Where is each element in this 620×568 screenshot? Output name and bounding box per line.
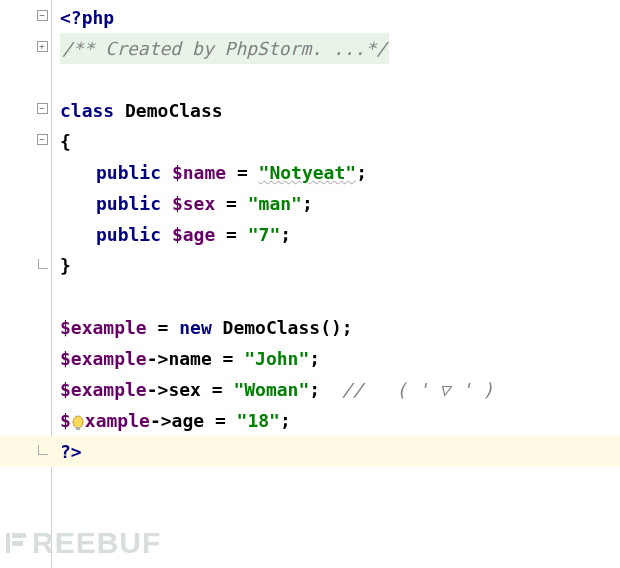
docblock-comment: /** Created by PhpStorm. ...*/: [60, 33, 389, 64]
code-line[interactable]: $example->sex = "Woman"; // ( ' ▽ ' ): [60, 374, 620, 405]
editor-gutter: − + − −: [0, 0, 52, 568]
svg-point-0: [73, 416, 83, 428]
fold-end-icon: [36, 258, 48, 270]
code-line[interactable]: }: [60, 250, 620, 281]
fold-start-icon[interactable]: −: [36, 102, 48, 114]
code-line[interactable]: $xample->age = "18";: [60, 405, 620, 436]
code-line[interactable]: <?php: [60, 2, 620, 33]
code-line[interactable]: public $name = "Notyeat";: [60, 157, 620, 188]
code-line: [60, 64, 620, 95]
code-line[interactable]: {: [60, 126, 620, 157]
lightbulb-icon[interactable]: [71, 411, 85, 429]
code-line-current[interactable]: ?>: [52, 436, 620, 467]
fold-start-icon[interactable]: −: [36, 9, 48, 21]
code-line[interactable]: class DemoClass: [60, 95, 620, 126]
fold-collapsed-icon[interactable]: +: [36, 40, 48, 52]
code-line[interactable]: public $sex = "man";: [60, 188, 620, 219]
php-open-tag: <?php: [60, 7, 114, 28]
code-area[interactable]: <?php /** Created by PhpStorm. ...*/ cla…: [52, 0, 620, 568]
code-line: [60, 281, 620, 312]
code-line[interactable]: /** Created by PhpStorm. ...*/: [60, 33, 620, 64]
code-line[interactable]: $example->name = "John";: [60, 343, 620, 374]
fold-start-icon[interactable]: −: [36, 133, 48, 145]
code-line[interactable]: $example = new DemoClass();: [60, 312, 620, 343]
fold-end-icon: [36, 444, 48, 456]
php-close-tag: ?>: [60, 441, 82, 462]
code-line[interactable]: public $age = "7";: [60, 219, 620, 250]
inline-comment: // ( ' ▽ ' ): [342, 379, 494, 400]
class-name: DemoClass: [125, 100, 223, 121]
class-keyword: class: [60, 100, 114, 121]
svg-rect-1: [76, 427, 80, 430]
code-editor[interactable]: − + − − <?php /** Created by PhpStorm. .…: [0, 0, 620, 568]
